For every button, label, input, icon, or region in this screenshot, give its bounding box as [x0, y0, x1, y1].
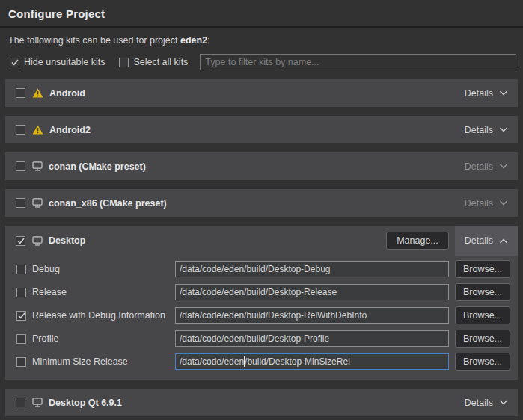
chevron-up-icon [499, 238, 508, 244]
kit-name: conan (CMake preset) [49, 161, 146, 172]
kit-list: Android Details Android2 Details conan (… [0, 79, 523, 416]
desktop-icon [32, 398, 43, 407]
details-toggle[interactable]: Details [455, 189, 518, 217]
build-dir-input-focused[interactable]: /data/code/eden/build/Desktop-MinSizeRel [175, 353, 449, 370]
checkbox-label[interactable]: Select all kits [133, 57, 188, 67]
kit-checkbox[interactable] [16, 236, 25, 246]
build-dir-input[interactable] [175, 307, 449, 324]
window-header: Configure Project [0, 0, 523, 26]
filter-row: Hide unsuitable kits Select all kits [10, 54, 516, 70]
details-label: Details [465, 125, 493, 135]
build-config-row-release: Release Browse... [16, 284, 510, 300]
details-toggle[interactable]: Details [455, 79, 518, 107]
checkbox-label[interactable]: Hide unsuitable kits [24, 57, 105, 67]
chevron-down-icon [499, 90, 508, 96]
kit-row-desktop-qt: Desktop Qt 6.9.1 Details [5, 389, 518, 416]
kit-checkbox[interactable] [16, 88, 25, 98]
desktop-icon [32, 161, 43, 171]
hide-unsuitable-kits-checkbox[interactable]: Hide unsuitable kits [10, 57, 105, 67]
chevron-down-icon [499, 127, 508, 132]
kit-name: Android2 [49, 125, 91, 135]
config-checkbox[interactable] [16, 311, 26, 321]
checkbox-box[interactable] [10, 58, 19, 67]
kit-name: conan_x86 (CMake preset) [49, 198, 167, 209]
kit-header: Android2 Details [5, 116, 518, 143]
select-all-kits-checkbox[interactable]: Select all kits [119, 57, 188, 67]
kit-filter-input[interactable] [200, 54, 516, 70]
browse-button[interactable]: Browse... [455, 260, 510, 278]
config-checkbox[interactable] [16, 265, 26, 274]
check-icon [11, 59, 19, 66]
build-config-row-debug: Debug Browse... [16, 261, 510, 277]
browse-button[interactable]: Browse... [455, 283, 510, 301]
build-dir-input[interactable] [175, 330, 449, 347]
kit-row-conan: conan (CMake preset) Details [5, 152, 518, 180]
details-label: Details [465, 235, 493, 246]
config-checkbox[interactable] [16, 288, 26, 297]
page-title: Configure Project [8, 7, 514, 20]
chevron-down-icon [499, 164, 508, 169]
kit-details-panel: Debug Browse... Release Browse... Releas… [5, 256, 518, 380]
details-toggle[interactable]: Details [455, 389, 518, 416]
kit-header: conan (CMake preset) Details [5, 152, 518, 180]
chevron-down-icon [499, 400, 508, 405]
desktop-icon [32, 236, 43, 246]
details-label: Details [465, 398, 493, 408]
desktop-icon [32, 198, 43, 208]
build-config-row-relwithdebinfo: Release with Debug Information Browse... [16, 307, 510, 324]
details-label: Details [465, 88, 493, 99]
config-label[interactable]: Debug [32, 264, 60, 274]
config-checkbox[interactable] [16, 357, 26, 367]
manage-kits-button[interactable]: Manage... [386, 232, 449, 250]
kit-header: Android Details [5, 79, 518, 107]
warning-icon [32, 125, 43, 135]
details-toggle[interactable]: Details [455, 116, 518, 143]
config-label[interactable]: Profile [32, 333, 58, 344]
config-checkbox[interactable] [16, 334, 26, 344]
build-config-row-minsizerel: Minimum Size Release /data/code/eden/bui… [16, 353, 510, 370]
details-toggle[interactable]: Details [455, 226, 518, 256]
kit-checkbox[interactable] [16, 198, 25, 208]
chevron-down-icon [499, 200, 508, 206]
browse-button[interactable]: Browse... [455, 353, 510, 371]
build-dir-input[interactable] [175, 284, 449, 300]
config-label[interactable]: Minimum Size Release [32, 356, 128, 367]
project-name: eden2 [180, 35, 207, 46]
details-label: Details [465, 161, 493, 172]
kit-header: Desktop Manage... Details [5, 226, 518, 256]
kit-name: Android [49, 88, 85, 99]
kit-row-android: Android Details [5, 79, 518, 107]
kit-row-android2: Android2 Details [5, 116, 518, 143]
browse-button[interactable]: Browse... [455, 306, 510, 324]
check-icon [18, 312, 25, 319]
kit-checkbox[interactable] [16, 125, 25, 135]
kit-row-desktop: Desktop Manage... Details Debug Browse..… [5, 226, 518, 380]
kit-header: Desktop Qt 6.9.1 Details [5, 389, 518, 416]
kit-name: Desktop Qt 6.9.1 [49, 398, 122, 408]
kit-checkbox[interactable] [16, 161, 25, 171]
config-label[interactable]: Release [32, 287, 67, 297]
kit-checkbox[interactable] [16, 398, 25, 407]
build-config-row-profile: Profile Browse... [16, 330, 510, 347]
checkbox-box[interactable] [119, 58, 129, 67]
details-toggle[interactable]: Details [455, 152, 518, 180]
kit-row-conan-x86: conan_x86 (CMake preset) Details [5, 189, 518, 217]
config-label[interactable]: Release with Debug Information [32, 310, 165, 321]
kits-description: The following kits can be used for proje… [8, 35, 514, 46]
header-divider [0, 26, 523, 28]
build-dir-input[interactable] [175, 261, 449, 277]
warning-icon [32, 88, 43, 98]
check-icon [17, 238, 25, 244]
kit-header: conan_x86 (CMake preset) Details [5, 189, 518, 217]
details-label: Details [465, 198, 493, 209]
browse-button[interactable]: Browse... [455, 330, 510, 348]
kit-name: Desktop [49, 235, 85, 246]
